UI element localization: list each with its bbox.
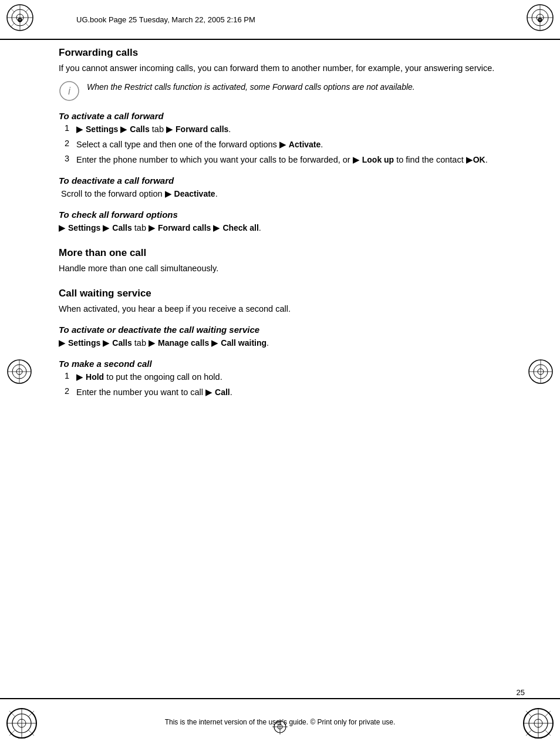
footer-center-decoration [271, 718, 289, 738]
activate-deactivate-waiting-text: ▶ Settings ▶ Calls tab ▶ Manage calls ▶ … [59, 337, 519, 349]
header-text: UG.book Page 25 Tuesday, March 22, 2005 … [76, 15, 255, 24]
calls-link-3: Calls [112, 338, 131, 348]
calls-link-2: Calls [112, 223, 131, 232]
step-number-1: 1 [59, 123, 69, 133]
calls-link-1: Calls [130, 124, 149, 134]
forward-calls-link-1: Forward calls [176, 124, 228, 134]
svg-line-5 [11, 8, 15, 12]
second-call-heading: To make a second call [59, 359, 519, 369]
activate-step-3: 3 Enter the phone number to which you wa… [59, 154, 519, 166]
check-heading: To check all forward options [59, 210, 519, 220]
second-call-step-1-content: ▶ Hold to put the ongoing call on hold. [76, 371, 222, 383]
svg-line-8 [25, 23, 29, 27]
mid-left-decoration [5, 357, 34, 389]
activate-step-2: 2 Select a call type and then one of the… [59, 139, 519, 151]
call-waiting-heading: Call waiting service [59, 288, 519, 299]
activate-deactivate-waiting-heading: To activate or deactivate the call waiti… [59, 325, 519, 335]
second-call-step-number-2: 2 [59, 386, 69, 396]
step-2-content: Select a call type and then one of the f… [76, 139, 323, 151]
settings-link-1: Settings [86, 124, 118, 134]
footer-corner-br-decoration [521, 706, 555, 743]
manage-calls-link: Manage calls [158, 338, 209, 348]
svg-line-7 [11, 23, 15, 27]
check-all-link: Check all [222, 223, 258, 232]
deactivate-text: Scroll to the forward option ▶ Deactivat… [59, 188, 519, 200]
call-waiting-intro: When activated, you hear a beep if you r… [59, 303, 519, 315]
second-call-step-1: 1 ▶ Hold to put the ongoing call on hold… [59, 371, 519, 383]
step-number-2: 2 [59, 139, 69, 148]
footer-bar: This is the internet version of the user… [0, 698, 560, 745]
settings-link-2: Settings [68, 223, 100, 232]
note-box: i When the Restrict calls function is ac… [59, 80, 519, 102]
call-waiting-link: Call waiting [221, 338, 266, 348]
forwarding-calls-intro: If you cannot answer incoming calls, you… [59, 62, 519, 75]
second-call-list: 1 ▶ Hold to put the ongoing call on hold… [59, 371, 519, 399]
second-call-step-2: 2 Enter the number you want to call ▶ Ca… [59, 386, 519, 399]
activate-link: Activate [289, 140, 321, 149]
step-1-content: ▶ Settings ▶ Calls tab ▶ Forward calls. [76, 123, 231, 136]
lookup-link: Look up [362, 155, 394, 164]
forwarding-calls-heading: Forwarding calls [59, 47, 519, 59]
mid-right-decoration [526, 357, 555, 389]
second-call-step-number-1: 1 [59, 371, 69, 380]
svg-text:i: i [68, 85, 71, 97]
hold-link: Hold [86, 372, 104, 382]
more-calls-heading: More than one call [59, 247, 519, 259]
note-icon: i [59, 80, 80, 102]
activate-step-1: 1 ▶ Settings ▶ Calls tab ▶ Forward calls… [59, 123, 519, 136]
more-calls-intro: Handle more than one call simultaneously… [59, 262, 519, 275]
deactivate-link: Deactivate [174, 189, 215, 198]
header-bar: UG.book Page 25 Tuesday, March 22, 2005 … [0, 0, 560, 40]
activate-list: 1 ▶ Settings ▶ Calls tab ▶ Forward calls… [59, 123, 519, 166]
page-number: 25 [517, 688, 525, 697]
main-content: Forwarding calls If you cannot answer in… [59, 47, 519, 698]
activate-heading: To activate a call forward [59, 111, 519, 121]
settings-link-3: Settings [68, 338, 100, 348]
step-number-3: 3 [59, 154, 69, 163]
second-call-step-2-content: Enter the number you want to call ▶ Call… [76, 386, 232, 399]
page-container: UG.book Page 25 Tuesday, March 22, 2005 … [0, 0, 560, 745]
forward-calls-link-2: Forward calls [158, 223, 211, 232]
footer-corner-bl-decoration [5, 706, 39, 743]
svg-line-6 [25, 8, 29, 12]
ok-link: OK [473, 155, 485, 164]
call-link: Call [215, 387, 230, 397]
header-crosshair-right [538, 15, 542, 19]
note-text: When the Restrict calls function is acti… [87, 80, 415, 93]
deactivate-heading: To deactivate a call forward [59, 176, 519, 186]
step-3-content: Enter the phone number to which you want… [76, 154, 488, 166]
header-crosshair [18, 15, 22, 19]
check-text: ▶ Settings ▶ Calls tab ▶ Forward calls ▶… [59, 222, 519, 234]
